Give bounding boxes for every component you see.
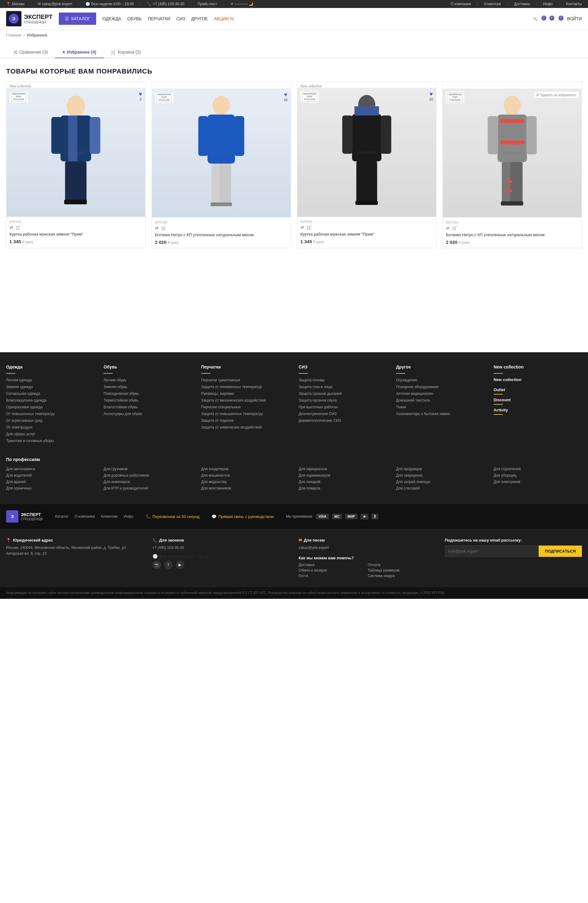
nav-other[interactable]: ДРУГОЕ [192, 16, 208, 21]
prof-link[interactable]: Для продавцов [396, 467, 422, 471]
nav-sale[interactable]: АКЦИИ % [214, 16, 234, 21]
footer-link[interactable]: Защита от повышенных температур [201, 412, 263, 416]
footer-link[interactable]: Термостойкая обувь [104, 398, 138, 403]
location-item[interactable]: 📍 Москва [6, 2, 25, 6]
cart-add-button[interactable]: 🛒 [16, 225, 21, 230]
tab-compare[interactable]: ⚖ Сравнение (3) [6, 47, 55, 58]
prof-link[interactable]: Для кондитеров [201, 467, 228, 471]
share-button[interactable]: ⇄ [446, 225, 450, 230]
footer-link[interactable]: Домашний текстиль [396, 398, 430, 403]
phone-link[interactable]: +7 (495) 103-30-30 [153, 2, 184, 6]
pricelist-link[interactable]: Прайс-лист [198, 2, 217, 6]
footer-link[interactable]: Аксессуары для обуви [104, 412, 142, 416]
help-link-delivery[interactable]: Доставка [299, 563, 366, 567]
share-button[interactable]: ⇄ [155, 225, 159, 230]
footer-link[interactable]: Рукавицы, варежки [201, 392, 234, 396]
footer-link[interactable]: Сигнальная одежда [6, 392, 40, 396]
favorites-action[interactable]: ♡ 4 [550, 17, 553, 21]
footer-link[interactable]: Пожарное оборудование [396, 385, 439, 389]
subscribe-button[interactable]: ПОДПИСАТЬСЯ [539, 546, 582, 557]
breadcrumb-home[interactable]: Главная [6, 33, 21, 37]
compare-action[interactable]: ⚖ 2 [542, 17, 545, 21]
footer-link[interactable]: Защита от пониженных температур [201, 385, 262, 389]
prof-link[interactable]: Для официантов [299, 467, 327, 471]
footer-callback[interactable]: 📞 Перезвоним за 30 секунд [146, 514, 200, 519]
subscribe-input[interactable] [445, 546, 539, 557]
favorite-button[interactable]: ♥ 3 [139, 91, 142, 101]
help-link-exchange[interactable]: Обмен и возврат [299, 568, 366, 573]
footer-nav-info[interactable]: Инфо [124, 514, 134, 519]
nav-gloves[interactable]: ПЕРЧАТКИ [148, 16, 170, 21]
location-link[interactable]: Москва [12, 2, 25, 6]
footer-link[interactable]: Зимняя обувь [104, 385, 127, 389]
logo[interactable]: Э ЭКСПЕРТ СПЕЦОДЕЖДА [6, 11, 53, 26]
footer-link[interactable]: Диэлектрические СИЗ [299, 412, 336, 416]
footer-link[interactable]: Защита от механических воздействий [201, 398, 266, 403]
footer-link[interactable]: Защита глаз и лица [299, 385, 332, 389]
footer-new-collection-link[interactable]: New collection [494, 378, 582, 382]
prof-link[interactable]: Для скорой помощи [396, 480, 430, 484]
contacts-link[interactable]: Контакты [566, 2, 582, 6]
info-link[interactable]: Инфо [543, 2, 553, 6]
footer-link[interactable]: Зимняя одежда [6, 385, 33, 389]
prof-link[interactable]: Для парикмахеров [299, 473, 330, 478]
footer-contact[interactable]: 💬 Прямая связь с руководством [212, 514, 274, 519]
prof-link[interactable]: Для инженеров [104, 480, 130, 484]
tab-cart[interactable]: 🛒 Корзина (3) [104, 47, 148, 58]
prof-link[interactable]: Для грузчиков [104, 467, 127, 471]
footer-link[interactable]: Влагозащитная одежда [6, 398, 46, 403]
prof-link[interactable]: Для уборщиц [494, 473, 517, 478]
footer-nav-catalog[interactable]: Каталог [55, 514, 69, 519]
facebook-icon[interactable]: f [164, 560, 173, 569]
nav-clothing[interactable]: ОДЕЖДА [102, 16, 121, 21]
email-item[interactable]: ✉ zakaz@psk.expert [38, 2, 72, 6]
footer-nav-clients[interactable]: Клиентам [101, 514, 118, 519]
help-link-discounts[interactable]: Система скидок [368, 574, 436, 578]
catalog-button[interactable]: ☰ КАТАЛОГ [59, 13, 96, 25]
login-button[interactable]: ВОЙТИ [567, 16, 582, 21]
instagram-icon[interactable]: 📷 [153, 560, 161, 569]
footer-link[interactable]: Дерматологические СИЗ [299, 418, 341, 423]
footer-discount-link[interactable]: Discount [494, 398, 582, 402]
footer-link[interactable]: Защита органов слуха [299, 398, 337, 403]
phone-item[interactable]: 📞 +7 (495) 103-30-30 [147, 2, 184, 6]
favorite-button[interactable]: ♥ 10 [284, 91, 288, 102]
prof-link[interactable]: Для врачей [6, 480, 26, 484]
footer-link[interactable]: Трикотаж и головные уборы [6, 439, 54, 443]
footer-link[interactable]: От повышенных температур [6, 412, 55, 416]
prof-link[interactable]: Для медсестер [201, 480, 227, 484]
prof-link[interactable]: Для ИТР и руководителей [104, 486, 148, 491]
footer-nav-about[interactable]: О компании [75, 514, 95, 519]
cart-add-button[interactable]: 🛒 [307, 225, 312, 230]
footer-link[interactable]: Хозинвентарь и бытовая химия [396, 412, 450, 416]
prof-link[interactable]: Для горничных [6, 486, 31, 491]
footer-logo[interactable]: Э ЭКСПЕРТ СПЕЦОДЕЖДА [6, 510, 43, 522]
footer-link[interactable]: При высотных работах [299, 405, 338, 409]
prof-link[interactable]: Для поваров [299, 486, 320, 491]
prof-link[interactable]: Для электриков [494, 480, 520, 484]
prof-link[interactable]: Для слесарей [396, 486, 420, 491]
footer-link[interactable]: Защита головы [299, 378, 325, 382]
cart-add-button[interactable]: 🛒 [161, 225, 166, 230]
help-link-gosti[interactable]: Гости [299, 574, 366, 578]
footer-link[interactable]: Перчатки специальные [201, 405, 241, 409]
help-link-payment[interactable]: Оплата [368, 563, 436, 567]
footer-link[interactable]: Повседневная обувь [104, 392, 139, 396]
nav-shoes[interactable]: ОБУВЬ [127, 16, 142, 21]
footer-link[interactable]: Аптечки медицинские [396, 392, 433, 396]
remove-from-favorites-button[interactable]: ⇄ Удалить из избранного [534, 91, 579, 98]
footer-link[interactable]: Перчатки трикотажные [201, 378, 241, 382]
footer-link[interactable]: Одноразовая одежда [6, 405, 42, 409]
help-link-table[interactable]: Таблица размеров [368, 568, 436, 573]
footer-link[interactable]: От агрессивных сред [6, 418, 42, 423]
prof-link[interactable]: Для строителей [494, 467, 521, 471]
prof-link[interactable]: Для машинистов [201, 473, 230, 478]
product-image[interactable]: МИНПРОМТОРГРОССИЯ ♥ 3 [6, 88, 145, 217]
nav-siz[interactable]: СИЗ [176, 16, 185, 21]
prof-link[interactable]: Для лекарей [299, 480, 320, 484]
share-button[interactable]: ⇄ [9, 225, 13, 230]
prof-link[interactable]: Для автосервиса [6, 467, 35, 471]
footer-outlet-link[interactable]: Outlet [494, 387, 582, 392]
search-action[interactable]: 🔍 [533, 17, 537, 21]
theme-toggle[interactable]: ☀ ───── 🌙 [230, 2, 253, 6]
